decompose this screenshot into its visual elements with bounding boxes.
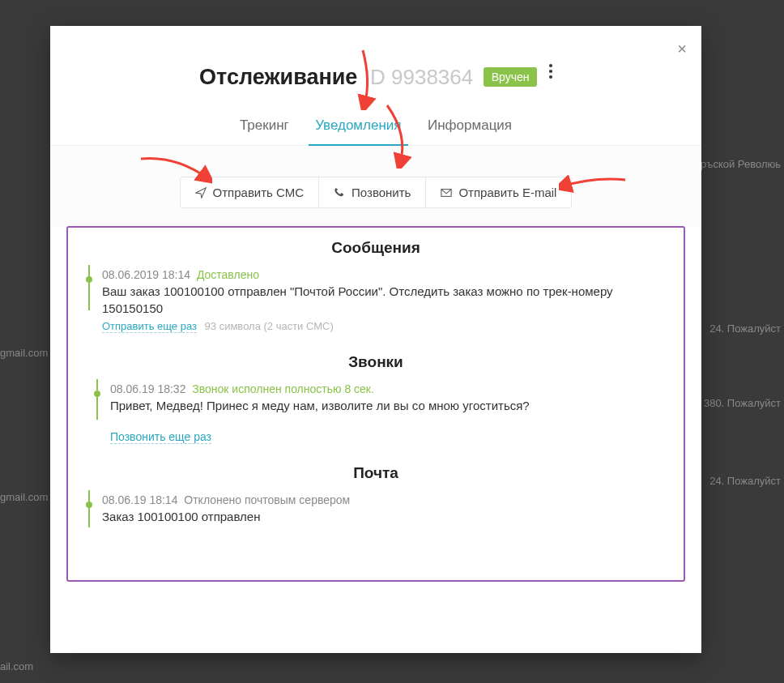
- section-mail-title: Почта: [86, 464, 666, 482]
- call-button[interactable]: Позвонить: [319, 177, 426, 207]
- mail-timestamp: 08.06.19 18:14: [102, 493, 177, 506]
- sms-stats: 93 символа (2 части СМС): [205, 320, 334, 332]
- bg-fragment: ail.com: [0, 660, 33, 672]
- call-meta: 08.06.19 18:32 Звонок исполнен полностью…: [110, 382, 666, 395]
- sms-body: Ваш заказ 100100100 отправлен "Почтой Ро…: [102, 283, 666, 317]
- timeline-line: [96, 397, 98, 420]
- tracking-modal: × Отслеживание ID 9938364 Вручен Трекинг…: [50, 26, 701, 653]
- call-label: Позвонить: [352, 186, 411, 199]
- bg-fragment: 24. Пожалуйст: [709, 322, 781, 335]
- kebab-menu-icon[interactable]: [549, 62, 552, 81]
- bg-fragment: 380. Пожалуйст: [704, 397, 781, 409]
- timeline-dot-icon: [86, 502, 92, 508]
- send-email-label: Отправить E-mail: [458, 186, 556, 199]
- send-email-button[interactable]: Отправить E-mail: [426, 177, 571, 207]
- timeline-line: [96, 379, 98, 391]
- modal-header: Отслеживание ID 9938364 Вручен: [50, 26, 701, 90]
- sms-timestamp: 08.06.2019 18:14: [102, 268, 190, 281]
- sms-subrow: Отправить еще раз 93 символа (2 части СМ…: [102, 320, 666, 332]
- redial-row: Позвонить еще раз: [110, 430, 666, 443]
- notification-actions: Отправить СМС Позвонить Отправить E-mail: [50, 146, 701, 226]
- close-icon[interactable]: ×: [677, 41, 687, 57]
- send-sms-label: Отправить СМС: [213, 186, 305, 199]
- send-sms-button[interactable]: Отправить СМС: [181, 177, 320, 207]
- status-badge: Вручен: [484, 67, 538, 87]
- bg-fragment: бръской Революь: [695, 158, 781, 170]
- timeline-dot-icon: [86, 276, 92, 283]
- section-messages-title: Сообщения: [86, 239, 666, 257]
- bg-fragment: 24. Пожалуйст: [709, 475, 781, 487]
- timeline-line: [88, 283, 90, 310]
- tabs-bar: Трекинг Уведомления Информация: [50, 109, 701, 146]
- notifications-log: Сообщения 08.06.2019 18:14 Доставлено Ва…: [66, 226, 685, 582]
- bg-fragment: gmail.com: [0, 491, 48, 503]
- tab-tracking[interactable]: Трекинг: [228, 109, 300, 145]
- redial-link[interactable]: Позвонить еще раз: [110, 430, 211, 444]
- tab-info[interactable]: Информация: [416, 109, 523, 145]
- timeline-dot-icon: [94, 391, 100, 397]
- envelope-icon: [441, 187, 452, 198]
- sms-log-item: 08.06.2019 18:14 Доставлено Ваш заказ 10…: [86, 268, 666, 332]
- action-button-group: Отправить СМС Позвонить Отправить E-mail: [180, 177, 573, 208]
- section-calls-title: Звонки: [86, 353, 666, 371]
- call-timestamp: 08.06.19 18:32: [110, 382, 185, 395]
- call-log-item: 08.06.19 18:32 Звонок исполнен полностью…: [86, 382, 666, 414]
- mail-meta: 08.06.19 18:14 Отклонено почтовым сервер…: [102, 493, 666, 506]
- timeline-line: [88, 490, 90, 502]
- mail-log-item: 08.06.19 18:14 Отклонено почтовым сервер…: [86, 493, 666, 525]
- order-id: ID 9938364: [364, 65, 473, 89]
- mail-status: Отклонено почтовым сервером: [184, 493, 350, 506]
- timeline-line: [88, 265, 90, 276]
- call-body: Привет, Медвед! Принес я меду нам, извол…: [110, 397, 666, 414]
- page-title: Отслеживание: [199, 65, 357, 89]
- bg-fragment: gmail.com: [0, 347, 48, 359]
- call-status: Звонок исполнен полностью 8 сек.: [192, 382, 374, 395]
- sms-status: Доставлено: [197, 268, 259, 281]
- paper-plane-icon: [195, 187, 207, 198]
- sms-meta: 08.06.2019 18:14 Доставлено: [102, 268, 666, 281]
- tab-notifications[interactable]: Уведомления: [304, 109, 412, 145]
- timeline-line: [88, 508, 90, 527]
- mail-body: Заказ 100100100 отправлен: [102, 508, 666, 525]
- resend-sms-link[interactable]: Отправить еще раз: [102, 320, 197, 333]
- phone-icon: [334, 187, 345, 198]
